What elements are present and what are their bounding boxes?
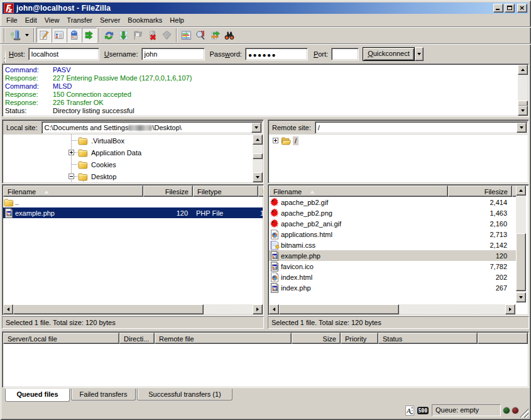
toggle-remote-tree-button[interactable]: [67, 28, 82, 43]
menu-help[interactable]: Help: [166, 15, 188, 26]
local-tree-scroll-up[interactable]: [253, 135, 263, 145]
column-header-size[interactable]: Size: [292, 333, 341, 344]
directory-comparison-button[interactable]: [194, 29, 207, 41]
tab-successful-transfers[interactable]: Successful transfers (1): [137, 389, 233, 401]
tree-item-desktop[interactable]: Desktop: [78, 170, 118, 182]
disconnect-button[interactable]: [146, 29, 158, 41]
column-header-remote-file[interactable]: Remote file: [155, 333, 292, 344]
log-scroll-up[interactable]: [518, 65, 528, 75]
remote-site-combo-arrow[interactable]: [517, 123, 527, 133]
log-line: Status:Directory listing successful: [3, 107, 26, 114]
site-manager-button[interactable]: [9, 29, 22, 41]
maximize-button[interactable]: [505, 4, 515, 13]
host-input[interactable]: localhost: [28, 48, 99, 60]
local-list-scroll-left[interactable]: [3, 304, 13, 314]
speed-limit-badge[interactable]: 500: [417, 407, 429, 414]
local-site-combo[interactable]: C:\Documents and Settings\Desktop\: [41, 121, 263, 134]
column-header-priority[interactable]: Priority: [341, 333, 378, 344]
tab-queued-files[interactable]: Queued files: [5, 389, 70, 402]
local-tree-scroll-thumb[interactable]: [253, 153, 263, 159]
password-input[interactable]: ●●●●●●: [245, 48, 308, 60]
minimize-button[interactable]: [493, 4, 503, 13]
file-row-example-php[interactable]: example.php 120 PHP File 1: [3, 207, 263, 218]
file-row[interactable]: bitnami.css 2,142: [269, 240, 516, 250]
file-row[interactable]: favicon.ico 7,782: [269, 261, 516, 272]
file-row[interactable]: applications.html 2,713: [269, 229, 516, 240]
menu-view[interactable]: View: [41, 15, 63, 26]
site-manager-dropdown[interactable]: [23, 29, 31, 41]
expand-plus-icon[interactable]: [68, 150, 74, 155]
menu-edit[interactable]: Edit: [21, 15, 41, 26]
local-list-hscrollbar[interactable]: [3, 304, 263, 314]
find-files-button[interactable]: [223, 29, 236, 41]
column-header-filename[interactable]: Filename: [3, 185, 143, 197]
local-tree-scrollbar[interactable]: [253, 135, 263, 182]
quickconnect-button[interactable]: Quickconnect: [363, 47, 415, 61]
toggle-local-tree-button[interactable]: [52, 28, 67, 43]
username-input[interactable]: john: [141, 48, 205, 60]
username-value: john: [145, 50, 158, 58]
file-row[interactable]: apache_pb2_ani.gif 2,160: [269, 218, 516, 229]
file-row[interactable]: apache_pb2.png 1,463: [269, 207, 516, 218]
remote-list-scroll-right[interactable]: [505, 304, 515, 314]
log-scrollbar[interactable]: [518, 65, 528, 116]
tree-item-root[interactable]: /: [281, 135, 298, 146]
tree-item-virtualbox[interactable]: .VirtualBox: [78, 135, 126, 146]
file-row[interactable]: index.html 202: [269, 272, 516, 282]
remote-list-scroll-down[interactable]: [516, 292, 526, 302]
log-scroll-down[interactable]: [518, 106, 528, 116]
menu-transfer[interactable]: Transfer: [63, 15, 96, 26]
column-header-filesize[interactable]: Filesize: [448, 185, 512, 197]
expand-plus-icon[interactable]: [273, 138, 278, 143]
menu-file[interactable]: File: [3, 15, 21, 26]
synchronized-browsing-button[interactable]: [209, 29, 221, 41]
local-site-combo-arrow[interactable]: [251, 123, 261, 133]
close-button[interactable]: ×: [517, 4, 527, 13]
local-list-scroll-thumb[interactable]: [13, 304, 204, 314]
remote-site-combo[interactable]: /: [315, 121, 528, 134]
remote-list-scroll-left[interactable]: [269, 304, 279, 314]
column-header-filesize[interactable]: Filesize: [143, 185, 193, 197]
filter-button[interactable]: [180, 29, 192, 41]
filezilla-logo-icon: [4, 3, 14, 13]
remote-list-vscrollbar[interactable]: [516, 185, 526, 302]
menu-server[interactable]: Server: [96, 15, 124, 26]
column-header-server-local-file[interactable]: Server/Local file: [3, 333, 119, 344]
column-header-last-modified[interactable]: L: [258, 185, 264, 197]
menu-bookmarks[interactable]: Bookmarks: [124, 15, 166, 26]
site-manager-icon: [10, 30, 21, 41]
cancel-button[interactable]: [131, 29, 144, 41]
header-label: Filename: [8, 188, 36, 196]
file-row[interactable]: index.php 267: [269, 282, 516, 293]
remote-list-hscrollbar[interactable]: [269, 304, 515, 314]
remote-list-scroll-up[interactable]: [516, 185, 526, 196]
file-row[interactable]: apache_pb2.gif 2,414: [269, 197, 516, 207]
column-header-filetype[interactable]: Filetype: [193, 185, 258, 197]
file-row-parent-dir[interactable]: ..: [3, 197, 263, 207]
header-label: Server/Local file: [8, 335, 57, 343]
quickconnect-dropdown[interactable]: [415, 47, 424, 61]
column-header-filename[interactable]: Filename: [269, 185, 448, 197]
local-file-list: Filename Filesize Filetype L .. example.…: [2, 184, 264, 316]
tree-item-cookies[interactable]: Cookies: [78, 158, 118, 170]
local-tree-scroll-down[interactable]: [253, 172, 263, 182]
toggle-message-log-button[interactable]: [36, 28, 52, 43]
toggle-transfer-queue-button[interactable]: [82, 28, 97, 43]
refresh-button[interactable]: [102, 29, 115, 41]
find-files-icon: [224, 30, 235, 41]
remote-list-scroll-thumb[interactable]: [516, 233, 526, 291]
file-row-selected[interactable]: example.php 120: [269, 250, 516, 261]
remote-list-scroll-thumb[interactable]: [279, 304, 399, 314]
reconnect-button[interactable]: [160, 29, 173, 41]
collapse-minus-icon[interactable]: [68, 174, 74, 179]
tree-item-application-data[interactable]: Application Data: [78, 146, 143, 158]
tab-failed-transfers[interactable]: Failed transfers: [71, 389, 136, 401]
local-list-scroll-right[interactable]: [253, 304, 263, 314]
column-header-direction[interactable]: Directi...: [119, 333, 155, 344]
process-queue-button[interactable]: [117, 29, 129, 41]
local-tree: .VirtualBox Application Data Cookies Des…: [3, 135, 263, 182]
port-input[interactable]: [331, 48, 359, 60]
local-selection-status: Selected 1 file. Total size: 120 bytes: [2, 316, 264, 329]
resize-grip[interactable]: [520, 408, 528, 417]
column-header-status[interactable]: Status: [378, 333, 478, 344]
